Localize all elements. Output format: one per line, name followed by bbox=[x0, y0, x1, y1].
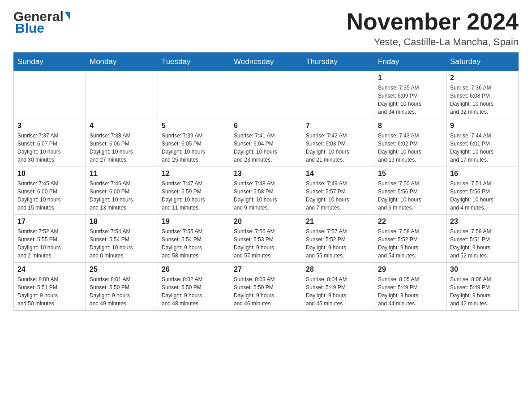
day-number: 1 bbox=[378, 74, 442, 82]
calendar-cell: 13Sunrise: 7:48 AMSunset: 5:58 PMDayligh… bbox=[230, 167, 302, 215]
day-info: Sunrise: 8:00 AMSunset: 5:51 PMDaylight:… bbox=[17, 275, 82, 308]
day-info: Sunrise: 7:51 AMSunset: 5:56 PMDaylight:… bbox=[450, 180, 515, 212]
calendar-header-saturday: Saturday bbox=[446, 53, 519, 71]
day-info: Sunrise: 7:58 AMSunset: 5:52 PMDaylight:… bbox=[378, 227, 442, 260]
day-info: Sunrise: 7:36 AMSunset: 6:08 PMDaylight:… bbox=[450, 84, 515, 116]
day-info: Sunrise: 7:45 AMSunset: 6:00 PMDaylight:… bbox=[17, 180, 82, 212]
title-section: November 2024 Yeste, Castille-La Mancha,… bbox=[347, 9, 519, 48]
day-info: Sunrise: 7:54 AMSunset: 5:54 PMDaylight:… bbox=[90, 227, 154, 260]
day-number: 13 bbox=[234, 170, 298, 178]
calendar-cell: 24Sunrise: 8:00 AMSunset: 5:51 PMDayligh… bbox=[14, 263, 86, 311]
day-number: 16 bbox=[450, 170, 515, 178]
day-info: Sunrise: 8:04 AMSunset: 5:49 PMDaylight:… bbox=[306, 275, 370, 308]
calendar-cell: 28Sunrise: 8:04 AMSunset: 5:49 PMDayligh… bbox=[302, 263, 374, 311]
day-number: 19 bbox=[162, 218, 226, 226]
week-row-3: 10Sunrise: 7:45 AMSunset: 6:00 PMDayligh… bbox=[14, 167, 519, 215]
calendar-cell: 20Sunrise: 7:56 AMSunset: 5:53 PMDayligh… bbox=[230, 215, 302, 263]
calendar-cell bbox=[302, 71, 374, 119]
calendar-cell: 14Sunrise: 7:49 AMSunset: 5:57 PMDayligh… bbox=[302, 167, 374, 215]
week-row-1: 1Sunrise: 7:35 AMSunset: 6:09 PMDaylight… bbox=[14, 71, 519, 119]
week-row-5: 24Sunrise: 8:00 AMSunset: 5:51 PMDayligh… bbox=[14, 263, 519, 311]
calendar-cell: 6Sunrise: 7:41 AMSunset: 6:04 PMDaylight… bbox=[230, 119, 302, 167]
day-info: Sunrise: 8:06 AMSunset: 5:49 PMDaylight:… bbox=[450, 275, 515, 308]
calendar-cell: 17Sunrise: 7:52 AMSunset: 5:55 PMDayligh… bbox=[14, 215, 86, 263]
day-number: 29 bbox=[378, 265, 442, 274]
day-info: Sunrise: 7:41 AMSunset: 6:04 PMDaylight:… bbox=[234, 132, 298, 164]
calendar-header-wednesday: Wednesday bbox=[230, 53, 302, 71]
day-info: Sunrise: 7:52 AMSunset: 5:55 PMDaylight:… bbox=[17, 227, 82, 260]
day-info: Sunrise: 7:37 AMSunset: 6:07 PMDaylight:… bbox=[17, 132, 82, 164]
calendar-cell: 7Sunrise: 7:42 AMSunset: 6:03 PMDaylight… bbox=[302, 119, 374, 167]
calendar-cell: 22Sunrise: 7:58 AMSunset: 5:52 PMDayligh… bbox=[374, 215, 446, 263]
day-number: 27 bbox=[234, 265, 298, 274]
calendar-header-thursday: Thursday bbox=[302, 53, 374, 71]
calendar-cell: 3Sunrise: 7:37 AMSunset: 6:07 PMDaylight… bbox=[14, 119, 86, 167]
day-info: Sunrise: 7:44 AMSunset: 6:01 PMDaylight:… bbox=[450, 132, 515, 164]
calendar-cell: 30Sunrise: 8:06 AMSunset: 5:49 PMDayligh… bbox=[446, 263, 519, 311]
calendar-cell: 4Sunrise: 7:38 AMSunset: 6:06 PMDaylight… bbox=[86, 119, 158, 167]
day-number: 24 bbox=[17, 265, 82, 274]
calendar-table: SundayMondayTuesdayWednesdayThursdayFrid… bbox=[13, 52, 519, 311]
day-info: Sunrise: 8:02 AMSunset: 5:50 PMDaylight:… bbox=[162, 275, 226, 308]
day-number: 25 bbox=[90, 265, 154, 274]
day-info: Sunrise: 7:57 AMSunset: 5:52 PMDaylight:… bbox=[306, 227, 370, 260]
day-info: Sunrise: 7:38 AMSunset: 6:06 PMDaylight:… bbox=[90, 132, 154, 164]
day-info: Sunrise: 7:56 AMSunset: 5:53 PMDaylight:… bbox=[234, 227, 298, 260]
day-number: 23 bbox=[450, 218, 515, 226]
day-info: Sunrise: 7:42 AMSunset: 6:03 PMDaylight:… bbox=[306, 132, 370, 164]
day-number: 9 bbox=[450, 122, 515, 130]
day-info: Sunrise: 7:47 AMSunset: 5:59 PMDaylight:… bbox=[162, 180, 226, 212]
day-number: 17 bbox=[17, 218, 82, 226]
calendar-header-row: SundayMondayTuesdayWednesdayThursdayFrid… bbox=[14, 53, 519, 71]
calendar-cell: 8Sunrise: 7:43 AMSunset: 6:02 PMDaylight… bbox=[374, 119, 446, 167]
page-header: General Blue November 2024 Yeste, Castil… bbox=[13, 9, 519, 48]
day-info: Sunrise: 7:50 AMSunset: 5:56 PMDaylight:… bbox=[378, 180, 442, 212]
calendar-cell: 27Sunrise: 8:03 AMSunset: 5:50 PMDayligh… bbox=[230, 263, 302, 311]
day-info: Sunrise: 7:48 AMSunset: 5:58 PMDaylight:… bbox=[234, 180, 298, 212]
calendar-cell: 15Sunrise: 7:50 AMSunset: 5:56 PMDayligh… bbox=[374, 167, 446, 215]
day-number: 21 bbox=[306, 218, 370, 226]
day-number: 15 bbox=[378, 170, 442, 178]
calendar-header-sunday: Sunday bbox=[14, 53, 86, 71]
calendar-cell: 2Sunrise: 7:36 AMSunset: 6:08 PMDaylight… bbox=[446, 71, 519, 119]
calendar-header-tuesday: Tuesday bbox=[158, 53, 230, 71]
day-number: 5 bbox=[162, 122, 226, 130]
day-info: Sunrise: 7:49 AMSunset: 5:57 PMDaylight:… bbox=[306, 180, 370, 212]
calendar-header-friday: Friday bbox=[374, 53, 446, 71]
day-number: 30 bbox=[450, 265, 515, 274]
day-info: Sunrise: 7:46 AMSunset: 6:00 PMDaylight:… bbox=[90, 180, 154, 212]
day-number: 4 bbox=[90, 122, 154, 130]
day-info: Sunrise: 7:43 AMSunset: 6:02 PMDaylight:… bbox=[378, 132, 442, 164]
calendar-cell: 10Sunrise: 7:45 AMSunset: 6:00 PMDayligh… bbox=[14, 167, 86, 215]
day-info: Sunrise: 7:55 AMSunset: 5:54 PMDaylight:… bbox=[162, 227, 226, 260]
day-number: 11 bbox=[90, 170, 154, 178]
week-row-4: 17Sunrise: 7:52 AMSunset: 5:55 PMDayligh… bbox=[14, 215, 519, 263]
week-row-2: 3Sunrise: 7:37 AMSunset: 6:07 PMDaylight… bbox=[14, 119, 519, 167]
calendar-cell: 25Sunrise: 8:01 AMSunset: 5:50 PMDayligh… bbox=[86, 263, 158, 311]
day-number: 3 bbox=[17, 122, 82, 130]
calendar-cell: 19Sunrise: 7:55 AMSunset: 5:54 PMDayligh… bbox=[158, 215, 230, 263]
page-title: November 2024 bbox=[347, 9, 519, 34]
day-number: 22 bbox=[378, 218, 442, 226]
day-number: 12 bbox=[162, 170, 226, 178]
calendar-cell bbox=[86, 71, 158, 119]
day-number: 2 bbox=[450, 74, 515, 82]
day-info: Sunrise: 8:01 AMSunset: 5:50 PMDaylight:… bbox=[90, 275, 154, 308]
day-number: 18 bbox=[90, 218, 154, 226]
day-info: Sunrise: 7:59 AMSunset: 5:51 PMDaylight:… bbox=[450, 227, 515, 260]
calendar-cell: 23Sunrise: 7:59 AMSunset: 5:51 PMDayligh… bbox=[446, 215, 519, 263]
day-number: 20 bbox=[234, 218, 298, 226]
calendar-cell: 16Sunrise: 7:51 AMSunset: 5:56 PMDayligh… bbox=[446, 167, 519, 215]
day-number: 6 bbox=[234, 122, 298, 130]
calendar-cell: 18Sunrise: 7:54 AMSunset: 5:54 PMDayligh… bbox=[86, 215, 158, 263]
day-number: 26 bbox=[162, 265, 226, 274]
logo: General Blue bbox=[13, 9, 70, 36]
calendar-cell: 11Sunrise: 7:46 AMSunset: 6:00 PMDayligh… bbox=[86, 167, 158, 215]
calendar-cell: 21Sunrise: 7:57 AMSunset: 5:52 PMDayligh… bbox=[302, 215, 374, 263]
calendar-cell: 5Sunrise: 7:39 AMSunset: 6:05 PMDaylight… bbox=[158, 119, 230, 167]
calendar-cell bbox=[14, 71, 86, 119]
calendar-cell bbox=[230, 71, 302, 119]
day-number: 7 bbox=[306, 122, 370, 130]
page-subtitle: Yeste, Castille-La Mancha, Spain bbox=[347, 36, 519, 48]
calendar-cell bbox=[158, 71, 230, 119]
